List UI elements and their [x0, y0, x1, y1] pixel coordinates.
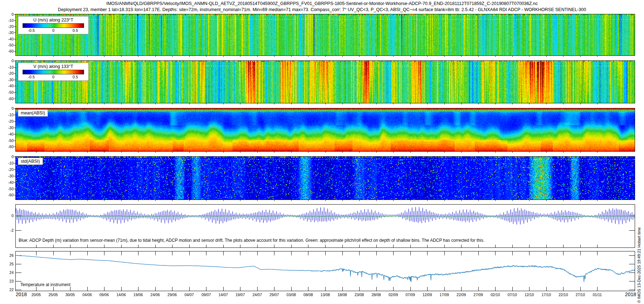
- y-tick-label-depth: -20: [1, 167, 14, 172]
- adcp-summary-figure: IMOS/ANMN/QLD/GBRPPS/Velocity/IMOS_ANMN-…: [0, 0, 644, 304]
- y-tick-mark: [14, 141, 15, 141]
- x-tick-label-date: 22/10: [558, 293, 568, 297]
- y-tick-label-temperature: 24: [1, 270, 14, 275]
- x-tick-mark: [325, 103, 326, 104]
- x-tick-mark: [444, 56, 445, 57]
- y-tick-mark: [14, 26, 15, 27]
- x-tick-label-date: 13/08: [321, 293, 330, 297]
- y-tick-label-depth: -20: [1, 71, 14, 75]
- x-tick-mark: [495, 200, 496, 201]
- u-colorbar-ticks: -0.5 0 0.5: [23, 28, 84, 33]
- x-tick-mark: [342, 152, 343, 153]
- y-tick-mark: [14, 20, 15, 21]
- x-tick-mark: [427, 200, 428, 201]
- x-tick-mark: [461, 152, 462, 153]
- y-tick-mark: [14, 51, 15, 52]
- x-axis-year-right: 2018: [625, 291, 636, 297]
- y-tick-label-depth: -50: [1, 187, 14, 191]
- x-tick-mark: [291, 152, 292, 153]
- x-tick-mark: [478, 103, 479, 104]
- x-tick-mark: [427, 56, 428, 57]
- x-tick-mark: [546, 200, 547, 201]
- x-tick-mark: [172, 152, 172, 153]
- x-tick-mark: [478, 56, 479, 57]
- x-tick-mark: [308, 103, 308, 104]
- x-tick-mark: [274, 152, 274, 153]
- y-tick-label-depth: -60: [1, 144, 14, 149]
- y-tick-mark: [14, 195, 15, 195]
- x-tick-label-date: 12/09: [423, 293, 432, 297]
- x-tick-label-date: 24/07: [253, 293, 262, 297]
- panel-v-velocity: [15, 60, 635, 103]
- x-tick-mark: [70, 152, 70, 153]
- x-tick-mark: [546, 56, 547, 57]
- x-tick-mark: [410, 56, 411, 57]
- x-tick-label-date: 02/09: [389, 293, 398, 297]
- x-tick-mark: [155, 103, 156, 104]
- x-tick-mark: [189, 152, 190, 153]
- y-tick-label-depth: -10: [1, 18, 14, 23]
- x-tick-mark: [70, 56, 70, 57]
- x-tick-mark: [53, 152, 54, 153]
- y-tick-mark: [14, 157, 15, 157]
- x-tick-mark: [70, 103, 70, 104]
- x-tick-mark: [325, 152, 326, 153]
- y-tick-mark: [14, 170, 15, 170]
- y-tick-label-temperature: 23: [1, 279, 14, 283]
- x-tick-mark: [308, 152, 308, 153]
- y-tick-label-depth: 0: [1, 59, 14, 63]
- x-tick-mark: [444, 200, 445, 201]
- v-colorbar-tick-pos: 0.5: [73, 75, 78, 79]
- x-tick-mark: [155, 152, 156, 153]
- x-tick-mark: [138, 152, 138, 153]
- u-velocity-heatmap: [16, 14, 635, 55]
- y-tick-mark: [14, 33, 15, 33]
- y-tick-label-temperature: 22: [1, 288, 14, 292]
- x-tick-mark: [291, 103, 292, 104]
- x-tick-mark: [376, 200, 377, 201]
- x-tick-mark: [206, 56, 206, 57]
- x-tick-mark: [461, 103, 462, 104]
- y-tick-mark: [14, 147, 15, 147]
- y-tick-label-depth: -30: [1, 174, 14, 178]
- x-tick-mark: [597, 56, 597, 57]
- y-tick-label-depth: -60: [1, 193, 14, 197]
- v-velocity-heatmap: [16, 61, 635, 103]
- x-tick-label-date: 07/10: [508, 293, 517, 297]
- x-tick-mark: [223, 56, 224, 57]
- x-tick-label-date: 18/08: [337, 293, 347, 297]
- x-tick-mark: [155, 56, 156, 57]
- figure-subtitle-deployment-info: Deployment 23, member 1 lat=18.31S lon=1…: [0, 7, 644, 12]
- u-colorbar-tick-zero: 0: [52, 28, 54, 33]
- x-tick-mark: [546, 152, 547, 153]
- x-tick-mark: [546, 103, 547, 104]
- x-tick-label-date: 23/08: [355, 293, 364, 297]
- y-tick-label-depth: -10: [1, 65, 14, 69]
- x-tick-mark: [342, 56, 343, 57]
- u-colorbar-tick-neg: -0.5: [28, 28, 35, 33]
- x-tick-mark: [223, 103, 224, 104]
- v-colorbar: [23, 70, 84, 74]
- x-tick-mark: [393, 200, 394, 201]
- depth-variation-annotation: Blue: ADCP Depth (m) variation from sens…: [19, 238, 484, 243]
- x-tick-mark: [563, 103, 564, 104]
- x-tick-mark: [121, 152, 122, 153]
- x-tick-label-date: 17/09: [440, 293, 449, 297]
- x-tick-mark: [393, 103, 394, 104]
- x-tick-label-date: 27/10: [576, 293, 585, 297]
- y-tick-label-depth-variation: -2: [1, 228, 14, 232]
- legend-u-title: U (m/s) along 223°T: [18, 16, 88, 23]
- u-colorbar: [23, 23, 84, 28]
- x-tick-label-date: 09/06: [99, 293, 109, 297]
- x-tick-mark: [274, 200, 274, 201]
- x-tick-mark: [410, 103, 411, 104]
- y-tick-mark: [14, 115, 15, 115]
- x-tick-mark: [359, 103, 360, 104]
- x-tick-mark: [257, 200, 258, 201]
- x-tick-mark: [376, 56, 377, 57]
- y-tick-label-temperature: 25: [1, 262, 14, 266]
- x-tick-label-date: 08/08: [303, 293, 313, 297]
- x-tick-mark: [529, 56, 530, 57]
- x-tick-mark: [563, 200, 564, 201]
- x-tick-mark: [444, 152, 445, 153]
